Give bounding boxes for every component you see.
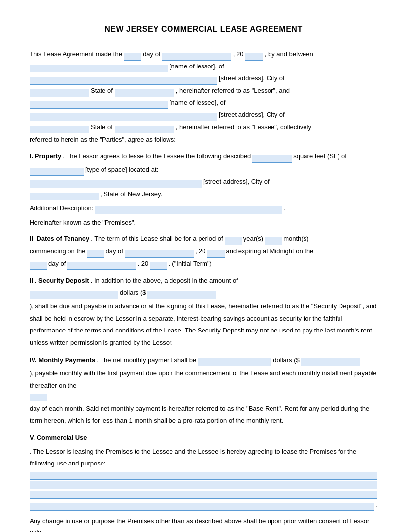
lessor-name-blank[interactable] — [30, 65, 168, 72]
by-between: , by and between — [265, 50, 313, 58]
state-of2-text: State of — [91, 121, 113, 133]
section3-text2: ), shall be due and payable in advance o… — [30, 300, 377, 349]
initial-term: . ("Initial Term") — [169, 258, 212, 270]
security-amount2-blank[interactable] — [147, 291, 216, 299]
security-amount-blank[interactable] — [30, 291, 118, 299]
years-blank[interactable] — [225, 237, 242, 245]
lessor-city-blank[interactable] — [30, 89, 89, 97]
property-address-label: [street address], City of — [204, 176, 270, 188]
section-tenancy: II. Dates of Tenancy . The term of this … — [30, 233, 377, 269]
expire-month-blank[interactable] — [67, 262, 136, 270]
premises-text: Hereinafter known as the "Premises". — [30, 217, 377, 228]
sqft-blank[interactable] — [252, 155, 292, 163]
section4-text1: . The net monthly payment shall be — [97, 354, 196, 366]
property-city-blank[interactable] — [30, 193, 99, 200]
year-blank[interactable] — [245, 53, 263, 61]
section5-change-text: Any change in use or purpose the Premise… — [30, 516, 377, 532]
document-title: NEW JERSEY COMMERCIAL LEASE AGREEMENT — [30, 25, 377, 33]
day-blank[interactable] — [124, 53, 141, 61]
commence-year-prefix: , 20 — [195, 245, 206, 258]
expire-year-blank[interactable] — [150, 262, 167, 270]
commercial-line-2[interactable] — [30, 481, 377, 489]
day-of-text: day of — [143, 50, 160, 58]
additional-desc-blank[interactable] — [95, 206, 282, 214]
commence-day-blank[interactable] — [87, 250, 104, 258]
section3-text1: . In addition to the above, a deposit in… — [91, 275, 238, 287]
and-expiring: and expiring at Midnight on the — [226, 245, 314, 258]
section5-text1: . The Lessor is leasing the Premises to … — [30, 446, 377, 470]
section-monthly: IV. Monthly Payments . The net monthly p… — [30, 354, 377, 427]
section1-text2: square feet (SF) of — [293, 150, 346, 163]
commence-year-blank[interactable] — [207, 250, 225, 258]
section2-text3: month(s) — [283, 233, 308, 245]
section-commercial: V. Commercial Use . The Lessor is leasin… — [30, 432, 377, 532]
commencing-text: commencing on the — [30, 245, 85, 258]
monthly-day-blank[interactable] — [30, 394, 47, 401]
lessee-address-label: [street address], City of — [219, 109, 285, 121]
section-property: I. Property . The Lessor agrees to lease… — [30, 150, 377, 229]
section4-text3: day of each month. Said net monthly paym… — [30, 403, 377, 427]
hereinafter-lessor: , hereinafter referred to as "Lessor", a… — [176, 85, 290, 97]
expire-day-blank[interactable] — [30, 262, 47, 270]
section2-text1: . The term of this Lease shall be for a … — [91, 233, 223, 245]
commercial-line-3[interactable] — [30, 491, 377, 499]
intro-section: This Lease Agreement made the day of , 2… — [30, 48, 377, 145]
section4-dollars-text: dollars ($ — [273, 354, 299, 366]
section1-text3: [type of space] located at: — [85, 164, 158, 176]
section4-text2: ), payable monthly with the first paymen… — [30, 367, 377, 392]
expire-year-prefix: , 20 — [137, 258, 148, 270]
commence-day-text: day of — [105, 245, 123, 258]
monthly-amount-blank[interactable] — [198, 358, 271, 366]
intro-line1: This Lease Agreement made the — [30, 50, 122, 58]
hereinafter-lessee: , hereinafter referred to as "Lessee", c… — [176, 121, 311, 133]
lessor-state-blank[interactable] — [115, 89, 174, 97]
commercial-line-1[interactable] — [30, 472, 377, 480]
lessor-address-label: [street address], City of — [219, 72, 285, 85]
lessee-city-blank[interactable] — [30, 126, 89, 133]
month-blank[interactable] — [162, 53, 231, 61]
property-state-line: , State of New Jersey. — [100, 188, 162, 200]
lessee-state-blank[interactable] — [115, 126, 174, 133]
section2-heading: II. Dates of Tenancy — [30, 233, 89, 245]
state-of-text: State of — [91, 85, 113, 97]
section5-heading: V. Commercial Use — [30, 432, 87, 444]
document-body: This Lease Agreement made the day of , 2… — [30, 48, 377, 532]
commercial-line-4[interactable] — [30, 503, 374, 511]
section1-heading: I. Property — [30, 150, 61, 163]
type-blank[interactable] — [30, 168, 84, 176]
section3-heading: III. Security Deposit — [30, 275, 89, 287]
monthly-amount2-blank[interactable] — [301, 358, 360, 366]
year-prefix: , 20 — [233, 50, 244, 58]
lessee-address-blank[interactable] — [30, 113, 217, 121]
commence-month-blank[interactable] — [125, 250, 194, 258]
months-blank[interactable] — [265, 237, 282, 245]
lessee-name-label: [name of lessee], of — [170, 97, 225, 109]
commercial-use-lines: . — [30, 472, 377, 511]
section-security: III. Security Deposit . In addition to t… — [30, 275, 377, 349]
property-address-blank[interactable] — [30, 180, 202, 188]
parties-text: referred to herein as the "Parties", agr… — [30, 134, 377, 145]
lessee-name-blank[interactable] — [30, 101, 168, 109]
section4-heading: IV. Monthly Payments — [30, 354, 95, 366]
section1-text1: . The Lessor agrees to lease to the Less… — [63, 150, 251, 163]
lessor-address-blank[interactable] — [30, 77, 217, 85]
lessor-name-label: [name of lessor], of — [170, 61, 224, 73]
section2-text2: year(s) — [243, 233, 263, 245]
expire-day-text: day of — [48, 258, 66, 270]
document-page: NEW JERSEY COMMERCIAL LEASE AGREEMENT Th… — [0, 0, 407, 532]
security-dollars-text: dollars ($ — [120, 287, 146, 299]
additional-desc-label: Additional Description: — [30, 202, 93, 215]
